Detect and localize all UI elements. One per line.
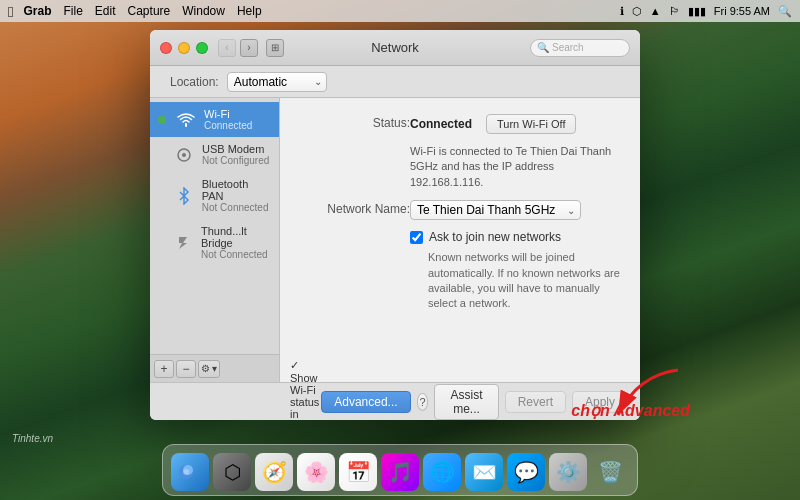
bluetooth-sidebar-icon	[174, 188, 194, 204]
dock-itunes[interactable]: 🎵	[381, 453, 419, 491]
menu-grab[interactable]: Grab	[23, 4, 51, 18]
close-button[interactable]	[160, 42, 172, 54]
time-display: Fri 9:55 AM	[714, 5, 770, 17]
wifi-item-text: Wi-Fi Connected	[204, 108, 252, 131]
service-gear-button[interactable]: ⚙ ▾	[198, 360, 220, 378]
dock-mail[interactable]: ✉️	[465, 453, 503, 491]
grid-view-button[interactable]: ⊞	[266, 39, 284, 57]
ask-join-checkbox[interactable]	[410, 231, 423, 244]
revert-button[interactable]: Revert	[505, 391, 566, 413]
usb-modem-text: USB Modem Not Configured	[202, 143, 269, 166]
wifi-desc-spacer	[300, 144, 410, 146]
dock-trash[interactable]: 🗑️	[591, 453, 629, 491]
maximize-button[interactable]	[196, 42, 208, 54]
remove-service-button[interactable]: −	[176, 360, 196, 378]
detail-panel: Status: Connected Turn Wi-Fi Off Wi-Fi i…	[280, 98, 640, 382]
network-name-select[interactable]: Te Thien Dai Thanh 5GHz	[410, 200, 581, 220]
flag-icon: 🏳	[669, 5, 680, 17]
menu-window[interactable]: Window	[182, 4, 225, 18]
dock-launchpad[interactable]: ⬡	[213, 453, 251, 491]
dock-safari[interactable]: 🧭	[255, 453, 293, 491]
dock-photos[interactable]: 🌸	[297, 453, 335, 491]
dock: ⬡ 🧭 🌸 📅 🎵 🌐 ✉️ 💬 ⚙️ 🗑️	[162, 444, 638, 496]
usb-modem-icon	[174, 147, 194, 163]
bluetooth-icon: ⬡	[632, 5, 642, 18]
info-icon: ℹ	[620, 5, 624, 18]
apple-menu[interactable]: 	[8, 3, 13, 20]
titlebar: ‹ › ⊞ Network 🔍 Search	[150, 30, 640, 66]
network-name-row: Network Name: Te Thien Dai Thanh 5GHz	[300, 200, 620, 220]
status-value: Connected	[410, 117, 472, 131]
menu-help[interactable]: Help	[237, 4, 262, 18]
assist-button[interactable]: Assist me...	[434, 384, 498, 420]
search-placeholder: Search	[552, 42, 584, 53]
menubar:  Grab File Edit Capture Window Help ℹ ⬡…	[0, 0, 800, 22]
wifi-description: Wi-Fi is connected to Te Thien Dai Thanh…	[410, 144, 620, 190]
wifi-desc-row: Wi-Fi is connected to Te Thien Dai Thanh…	[300, 144, 620, 190]
ask-join-spacer	[300, 230, 410, 232]
bluetooth-name: Bluetooth PAN	[202, 178, 271, 202]
search-icon: 🔍	[537, 42, 549, 53]
show-wifi-label: ✓ Show Wi-Fi status in menu bar	[290, 359, 321, 420]
dock-browser[interactable]: 🌐	[423, 453, 461, 491]
menu-capture[interactable]: Capture	[128, 4, 171, 18]
dock-skype[interactable]: 💬	[507, 453, 545, 491]
sidebar-item-thunderbolt[interactable]: Thund...lt Bridge Not Connected	[150, 219, 279, 266]
status-row: Status: Connected Turn Wi-Fi Off	[300, 114, 620, 134]
bottom-bar: ✓ Show Wi-Fi status in menu bar Advanced…	[150, 382, 640, 420]
menu-edit[interactable]: Edit	[95, 4, 116, 18]
dock-calendar[interactable]: 📅	[339, 453, 377, 491]
back-button[interactable]: ‹	[218, 39, 236, 57]
advanced-button[interactable]: Advanced...	[321, 391, 410, 413]
usb-modem-status: Not Configured	[202, 155, 269, 166]
location-label: Location:	[170, 75, 219, 89]
add-service-button[interactable]: +	[154, 360, 174, 378]
wifi-status-dot	[158, 116, 166, 124]
thunderbolt-text: Thund...lt Bridge Not Connected	[201, 225, 271, 260]
ask-join-description: Known networks will be joined automatica…	[428, 250, 620, 312]
sidebar-item-bluetooth[interactable]: Bluetooth PAN Not Connected	[150, 172, 279, 219]
network-name-label: Network Name:	[300, 200, 410, 216]
search-box[interactable]: 🔍 Search	[530, 39, 630, 57]
window-title: Network	[371, 40, 419, 55]
sidebar-item-usb-modem[interactable]: USB Modem Not Configured	[150, 137, 279, 172]
thunderbolt-status: Not Connected	[201, 249, 271, 260]
sidebar-bottom-controls: + − ⚙ ▾	[150, 354, 280, 382]
bluetooth-text: Bluetooth PAN Not Connected	[202, 178, 271, 213]
bluetooth-status: Not Connected	[202, 202, 271, 213]
search-menubar-icon[interactable]: 🔍	[778, 5, 792, 18]
wifi-icon	[176, 112, 196, 128]
annotation-label: chọn Advanced	[571, 401, 690, 420]
annotation-text-container: chọn Advanced	[571, 401, 690, 420]
sidebar-item-wifi[interactable]: Wi-Fi Connected	[150, 102, 279, 137]
menu-file[interactable]: File	[64, 4, 83, 18]
sidebar: Wi-Fi Connected USB Modem	[150, 98, 280, 382]
minimize-button[interactable]	[178, 42, 190, 54]
traffic-lights	[160, 42, 208, 54]
svg-point-1	[182, 153, 186, 157]
show-wifi-menubar-row: ✓ Show Wi-Fi status in menu bar	[290, 359, 321, 420]
watermark: Tinhte.vn	[12, 433, 53, 444]
wifi-menubar-icon: ▲	[650, 5, 661, 17]
svg-point-5	[183, 469, 189, 475]
dock-finder[interactable]	[171, 453, 209, 491]
location-select[interactable]: Automatic	[227, 72, 327, 92]
main-content: Wi-Fi Connected USB Modem	[150, 98, 640, 382]
usb-modem-name: USB Modem	[202, 143, 269, 155]
forward-button[interactable]: ›	[240, 39, 258, 57]
status-label: Status:	[300, 114, 410, 130]
thunderbolt-icon	[173, 235, 193, 251]
ask-join-label: Ask to join new networks	[429, 230, 561, 244]
thunderbolt-name: Thund...lt Bridge	[201, 225, 271, 249]
ask-join-row: Ask to join new networks Known networks …	[300, 230, 620, 312]
help-button[interactable]: ?	[417, 393, 429, 411]
battery-icon: ▮▮▮	[688, 5, 706, 18]
dock-settings[interactable]: ⚙️	[549, 453, 587, 491]
network-window: ‹ › ⊞ Network 🔍 Search Location: Automat…	[150, 30, 640, 420]
location-bar: Location: Automatic	[150, 66, 640, 98]
wifi-item-name: Wi-Fi	[204, 108, 252, 120]
turn-wifi-off-button[interactable]: Turn Wi-Fi Off	[486, 114, 576, 134]
wifi-item-status: Connected	[204, 120, 252, 131]
